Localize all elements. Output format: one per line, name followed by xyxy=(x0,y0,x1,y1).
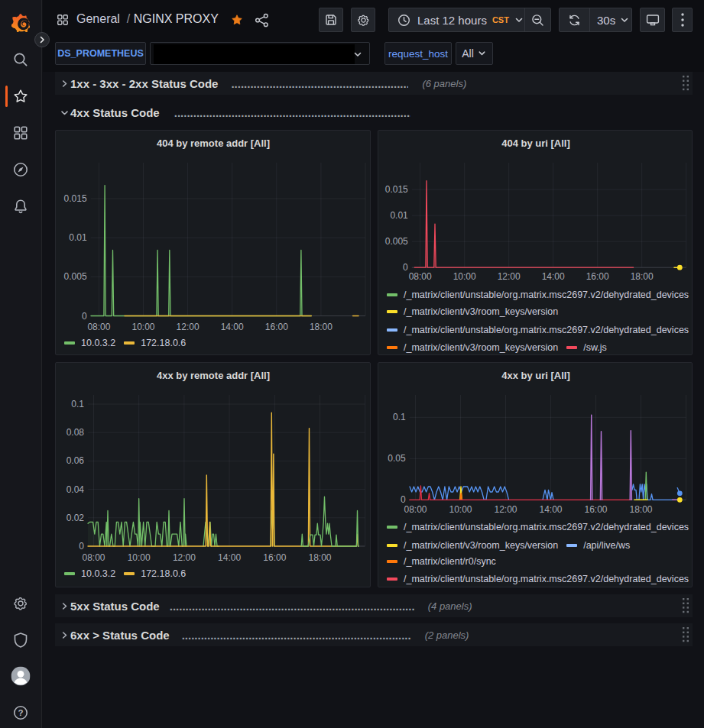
svg-text:0.05: 0.05 xyxy=(388,453,406,464)
svg-text:14:00: 14:00 xyxy=(221,322,244,332)
svg-text:14:00: 14:00 xyxy=(542,271,565,282)
svg-text:14:00: 14:00 xyxy=(218,552,241,563)
svg-text:0: 0 xyxy=(79,541,84,552)
svg-text:404 by remote addr [All]: 404 by remote addr [All] xyxy=(157,138,270,149)
svg-text:0.005: 0.005 xyxy=(64,271,87,282)
svg-text:0.08: 0.08 xyxy=(67,427,85,438)
svg-text:0: 0 xyxy=(401,494,406,505)
svg-text:12:00: 12:00 xyxy=(494,504,517,515)
svg-text:18:00: 18:00 xyxy=(308,552,331,563)
svg-text:0: 0 xyxy=(403,262,408,273)
svg-text:0.005: 0.005 xyxy=(385,236,408,247)
svg-text:?: ? xyxy=(18,708,23,717)
svg-text:10:00: 10:00 xyxy=(449,504,472,515)
svg-text:08:00: 08:00 xyxy=(404,504,427,515)
svg-text:12:00: 12:00 xyxy=(498,271,521,282)
svg-text:18:00: 18:00 xyxy=(310,322,333,332)
svg-text:10:00: 10:00 xyxy=(128,552,151,563)
svg-text:18:00: 18:00 xyxy=(629,504,652,515)
svg-text:16:00: 16:00 xyxy=(265,322,288,332)
svg-text:18:00: 18:00 xyxy=(631,271,654,282)
svg-text:0.01: 0.01 xyxy=(390,210,408,221)
svg-text:0.01: 0.01 xyxy=(69,232,87,243)
svg-text:0: 0 xyxy=(82,311,87,322)
svg-text:16:00: 16:00 xyxy=(584,504,607,515)
svg-text:12:00: 12:00 xyxy=(173,552,196,563)
svg-text:4xx by remote addr [All]: 4xx by remote addr [All] xyxy=(157,370,270,381)
svg-text:12:00: 12:00 xyxy=(177,322,200,332)
svg-text:0.1: 0.1 xyxy=(71,399,84,409)
svg-text:14:00: 14:00 xyxy=(539,504,562,515)
svg-text:16:00: 16:00 xyxy=(586,271,609,282)
svg-text:08:00: 08:00 xyxy=(409,271,432,282)
svg-text:08:00: 08:00 xyxy=(87,322,110,332)
svg-text:404 by uri [All]: 404 by uri [All] xyxy=(501,138,570,149)
svg-text:10:00: 10:00 xyxy=(453,271,476,282)
svg-text:10:00: 10:00 xyxy=(131,322,154,332)
svg-text:08:00: 08:00 xyxy=(82,552,105,563)
svg-text:0.04: 0.04 xyxy=(67,484,85,495)
svg-text:0.02: 0.02 xyxy=(67,513,85,523)
svg-text:16:00: 16:00 xyxy=(263,552,286,563)
svg-text:0.06: 0.06 xyxy=(67,455,85,466)
svg-text:0.015: 0.015 xyxy=(385,184,408,195)
svg-text:0.1: 0.1 xyxy=(393,412,406,422)
svg-text:4xx by uri [All]: 4xx by uri [All] xyxy=(501,370,570,381)
svg-text:0.015: 0.015 xyxy=(64,193,87,204)
